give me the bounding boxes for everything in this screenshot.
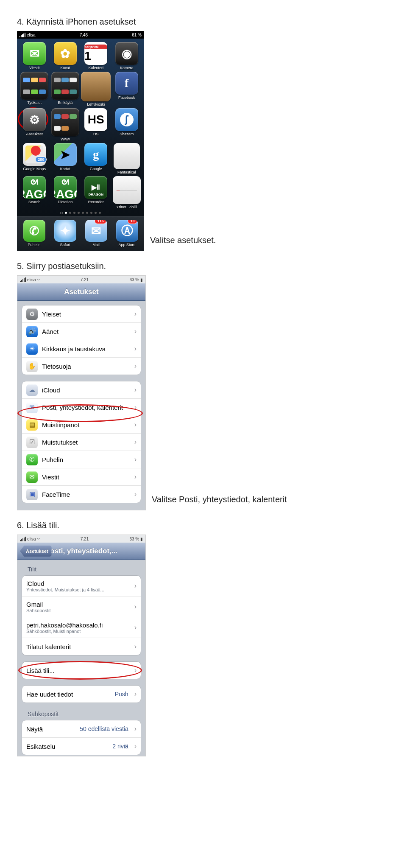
app-messages[interactable]: ✉Viestit bbox=[20, 42, 50, 70]
notes-icon: ▤ bbox=[26, 419, 38, 431]
dock-safari[interactable]: ✦Safari bbox=[54, 220, 76, 247]
chevron-right-icon: › bbox=[131, 582, 137, 590]
navbar: Asetukset Posti, yhteystiedot,... bbox=[17, 543, 145, 560]
hand-icon: ✋ bbox=[26, 361, 38, 372]
carrier: elisa bbox=[27, 537, 36, 541]
row-fetch[interactable]: Hae uudet tiedotPush› bbox=[22, 686, 141, 703]
time: 7.21 bbox=[81, 277, 89, 282]
page-indicator[interactable] bbox=[20, 209, 142, 216]
app-www-folder[interactable]: Www bbox=[50, 108, 81, 141]
chevron-right-icon: › bbox=[131, 438, 137, 446]
app-dragon-search[interactable]: ᘛDRAGONSearch bbox=[20, 176, 50, 209]
row-messages[interactable]: ✉Viestit› bbox=[22, 468, 141, 486]
caption-1: Valitse asetukset. bbox=[150, 235, 216, 251]
battery: 61 % bbox=[132, 33, 142, 37]
wifi-icon: ⌔ bbox=[37, 277, 40, 282]
chevron-right-icon: › bbox=[131, 725, 137, 733]
battery: 63 % ▮ bbox=[129, 537, 143, 541]
wifi-icon: ⌔ bbox=[37, 537, 40, 541]
account-icloud[interactable]: iCloudYhteystiedot, Muistutukset ja 4 li… bbox=[22, 576, 141, 596]
row-reminders[interactable]: ☑Muistutukset› bbox=[22, 434, 141, 451]
chevron-right-icon: › bbox=[131, 328, 137, 335]
row-notes[interactable]: ▤Muistiinpanot› bbox=[22, 416, 141, 434]
chevron-right-icon: › bbox=[131, 643, 137, 650]
fetch-value: Push bbox=[115, 691, 128, 697]
screenshot-settings: elisa ⌔ 7.21 63 % ▮ Asetukset ⚙Yleiset› … bbox=[17, 275, 146, 510]
carrier: elisa bbox=[27, 33, 36, 37]
section-accounts: Tilit bbox=[22, 564, 141, 575]
brightness-icon: ☀ bbox=[26, 343, 38, 355]
battery: 63 % ▮ bbox=[129, 277, 143, 282]
screenshot-home-screen: elisa 7.46 61 % ✉Viestit ✿Kuvat perjanta… bbox=[17, 31, 144, 251]
dock-mail[interactable]: ✉115Mail bbox=[85, 220, 107, 247]
mail-badge: 115 bbox=[95, 220, 106, 224]
navbar-title: Asetukset bbox=[64, 288, 98, 296]
chevron-right-icon: › bbox=[131, 603, 137, 610]
navbar-title: Posti, yhteystiedot,... bbox=[45, 547, 117, 555]
row-facetime[interactable]: ▣FaceTime› bbox=[22, 486, 141, 503]
row-add-account[interactable]: Lisää tili...› bbox=[22, 662, 141, 679]
account-subscribed-calendars[interactable]: Tilatut kalenterit› bbox=[22, 638, 141, 655]
chevron-right-icon: › bbox=[131, 624, 137, 631]
time: 7.21 bbox=[81, 537, 89, 541]
account-gmail[interactable]: GmailSähköpostit› bbox=[22, 596, 141, 617]
gear-icon: ⚙ bbox=[26, 308, 38, 320]
app-hs[interactable]: HSHS bbox=[81, 108, 111, 141]
row-phone[interactable]: ✆Puhelin› bbox=[22, 451, 141, 468]
app-fantastical[interactable]: Fantastical bbox=[112, 143, 142, 174]
row-icloud[interactable]: ☁iCloud› bbox=[22, 381, 141, 399]
app-google[interactable]: gGoogle bbox=[81, 143, 111, 174]
dock: ✆Puhelin ✦Safari ✉115Mail Ⓐ10App Store bbox=[17, 216, 144, 251]
mail-icon: ✉ bbox=[26, 402, 38, 413]
chevron-right-icon: › bbox=[131, 742, 137, 750]
app-maps[interactable]: ➤Kartat bbox=[50, 143, 81, 174]
app-shazam[interactable]: ʃShazam bbox=[112, 108, 142, 141]
account-hakosalo[interactable]: petri.hakosalo@hakosalo.fiSähköpostit, M… bbox=[22, 617, 141, 638]
carrier: elisa bbox=[27, 277, 36, 282]
app-camera[interactable]: ◉Kamera bbox=[112, 42, 142, 70]
speaker-icon: 🔊 bbox=[26, 326, 38, 337]
app-calendar[interactable]: perjantai1Kalenteri bbox=[81, 42, 111, 70]
chevron-right-icon: › bbox=[131, 362, 137, 370]
cloud-icon: ☁ bbox=[26, 384, 38, 396]
app-newsstand[interactable]: Lehtikioski bbox=[81, 72, 111, 106]
app-facebook[interactable]: fFacebook bbox=[112, 72, 142, 106]
chevron-right-icon: › bbox=[131, 490, 137, 498]
chevron-right-icon: › bbox=[131, 690, 137, 698]
row-mail-contacts-calendars[interactable]: ✉Posti, yhteystiedot, kalenterit› bbox=[22, 399, 141, 416]
app-photos[interactable]: ✿Kuvat bbox=[50, 42, 81, 70]
chevron-right-icon: › bbox=[131, 310, 137, 318]
phone-icon: ✆ bbox=[26, 454, 38, 465]
app-yrinet[interactable]: — —————Yrinet...obiili bbox=[112, 176, 142, 209]
row-privacy[interactable]: ✋Tietosuoja› bbox=[22, 358, 141, 375]
back-button[interactable]: Asetukset bbox=[20, 546, 52, 557]
signal-icon bbox=[20, 537, 26, 541]
app-google-maps[interactable]: ⬤280Google Maps bbox=[20, 143, 50, 174]
signal-icon bbox=[20, 33, 25, 37]
chevron-right-icon: › bbox=[131, 386, 137, 394]
chevron-right-icon: › bbox=[131, 473, 137, 481]
app-tools-folder[interactable]: Työkalut bbox=[20, 72, 50, 106]
row-brightness[interactable]: ☀Kirkkaus ja taustakuva› bbox=[22, 340, 141, 358]
caption-2: Valitse Posti, yhteystiedot, kalenterit bbox=[152, 495, 287, 510]
navbar: Asetukset bbox=[17, 283, 145, 301]
app-dragon-dictation[interactable]: ᘛDRAGONDictation bbox=[50, 176, 81, 209]
section-email: Sähköpostit bbox=[22, 709, 141, 720]
chevron-right-icon: › bbox=[131, 456, 137, 463]
chevron-right-icon: › bbox=[131, 421, 137, 428]
step-6-heading: 6. Lisää tili. bbox=[17, 521, 390, 530]
app-unused-folder[interactable]: En käytä bbox=[50, 72, 81, 106]
dock-appstore[interactable]: Ⓐ10App Store bbox=[116, 220, 138, 247]
chevron-right-icon: › bbox=[131, 666, 137, 674]
step-4-heading: 4. Käynnistä iPhonen asetukset bbox=[17, 17, 390, 27]
app-settings[interactable]: ⚙Asetukset bbox=[20, 108, 50, 141]
row-sounds[interactable]: 🔊Äänet› bbox=[22, 323, 141, 340]
time: 7.46 bbox=[80, 33, 88, 37]
dock-phone[interactable]: ✆Puhelin bbox=[23, 220, 45, 247]
chevron-right-icon: › bbox=[131, 403, 137, 411]
row-general[interactable]: ⚙Yleiset› bbox=[22, 305, 141, 323]
app-dragon-recorder[interactable]: ▶ⅡDRAGONRecorder bbox=[81, 176, 111, 209]
messages-icon: ✉ bbox=[26, 471, 38, 483]
row-show[interactable]: Näytä50 edellistä viestiä› bbox=[22, 720, 141, 738]
row-preview[interactable]: Esikatselu2 riviä› bbox=[22, 738, 141, 755]
